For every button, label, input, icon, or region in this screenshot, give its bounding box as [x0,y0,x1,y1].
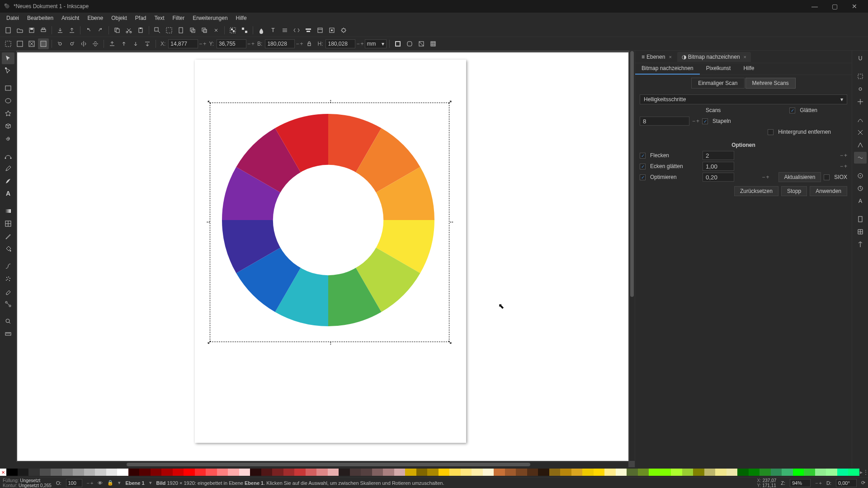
menu-extensions[interactable]: Erweiterungen [189,14,231,22]
swatch[interactable] [804,469,815,476]
stop-button[interactable]: Stopp [781,186,807,196]
zoom-sel-button[interactable] [152,25,163,36]
copy-button[interactable] [112,25,123,36]
snap-cusp[interactable] [854,139,867,151]
swatch[interactable] [649,469,660,476]
swatch[interactable] [161,469,173,476]
swatch[interactable] [483,469,494,476]
swatch[interactable] [638,469,649,476]
opacity-spinner[interactable]: −+ [87,480,94,486]
sel-handle-br[interactable]: ↘ [448,340,452,344]
optimize-input[interactable] [703,173,734,182]
snap-node[interactable] [854,83,867,95]
swatch[interactable] [217,469,228,476]
spray-tool[interactable] [2,273,14,285]
swatch[interactable] [737,469,749,476]
xml-button[interactable] [291,25,302,36]
swatch[interactable] [715,469,726,476]
save-button[interactable] [26,25,37,36]
menu-file[interactable]: Datei [3,14,23,22]
rect-tool[interactable] [2,82,14,94]
menu-path[interactable]: Pfad [132,14,150,22]
spiral-tool[interactable] [2,133,14,145]
close-button[interactable]: ✕ [844,0,864,13]
scrollbar-vertical[interactable] [629,51,635,461]
stroke-width[interactable]: 0,265 [40,483,52,488]
menu-object[interactable]: Objekt [108,14,131,22]
stroke-value[interactable]: Ungesetzt [19,483,39,488]
update-button[interactable]: Aktualisieren [778,172,821,182]
menu-help[interactable]: Hilfe [232,14,250,22]
scans-spinner[interactable]: −+ [692,118,699,124]
snap-guide[interactable] [854,239,867,250]
swatch[interactable] [51,469,62,476]
y-spinner[interactable]: −+ [247,41,255,47]
siox-checkbox[interactable] [824,174,830,180]
swatch[interactable] [361,469,372,476]
swatch[interactable] [117,469,128,476]
smooth-checkbox[interactable] [789,108,795,113]
swatch[interactable] [195,469,206,476]
swatch[interactable] [294,469,306,476]
lock-icon[interactable]: 🔒 [107,480,113,486]
menu-filter[interactable]: Filter [169,14,189,22]
swatch[interactable] [95,469,106,476]
no-color-swatch[interactable]: ✕ [0,469,6,476]
maximize-button[interactable]: ▢ [825,0,844,13]
selectors-button[interactable] [326,25,337,36]
swatch[interactable] [239,469,250,476]
text-tool[interactable]: A [2,188,14,200]
swatch[interactable] [306,469,317,476]
zoom-draw-button[interactable] [164,25,175,36]
swatch[interactable] [228,469,239,476]
selection-box[interactable] [210,103,449,342]
toggle-selection-button[interactable] [38,38,49,49]
swatch[interactable] [815,469,826,476]
menu-layer[interactable]: Ebene [84,14,107,22]
swatch[interactable] [571,469,583,476]
minimize-button[interactable]: — [805,0,825,13]
snap-toggle[interactable] [854,52,867,64]
palette-menu[interactable]: ⋮ [863,469,868,476]
swatch[interactable] [671,469,682,476]
swatch[interactable] [372,469,383,476]
corners-input[interactable] [703,162,734,171]
optimize-spinner[interactable]: −+ [762,174,769,180]
h-input[interactable] [326,39,355,48]
swatch[interactable] [704,469,716,476]
swatch[interactable] [516,469,527,476]
snap-smooth[interactable] [854,152,867,164]
snap-rotation[interactable] [854,183,867,194]
swatch[interactable] [693,469,704,476]
swatch[interactable] [184,469,195,476]
swatch[interactable] [18,469,29,476]
lower-bottom-button[interactable] [142,38,153,49]
import-button[interactable] [55,25,66,36]
speckles-checkbox[interactable] [640,153,646,159]
swatch[interactable] [328,469,339,476]
swatch[interactable] [62,469,73,476]
swatch[interactable] [837,469,849,476]
tab-trace[interactable]: ◑ Bitmap nachzeichnen × [677,52,751,62]
opacity-input[interactable] [66,479,82,487]
swatch[interactable] [505,469,516,476]
swatch[interactable] [106,469,118,476]
zoom-page-button[interactable] [175,25,186,36]
swatch[interactable] [848,469,859,476]
swatch[interactable] [173,469,184,476]
inner-tab-help[interactable]: Hilfe [737,63,760,75]
zoom-input[interactable] [790,479,811,487]
swatch[interactable] [261,469,273,476]
sel-handle-l[interactable]: ↔ [206,220,211,224]
removebg-checkbox[interactable] [768,129,774,135]
tab-layers[interactable]: ≡ Ebenen × [637,52,676,62]
3dbox-tool[interactable] [2,120,14,132]
cut-button[interactable] [123,25,134,36]
swatch[interactable] [427,469,439,476]
snap-center[interactable] [854,170,867,182]
corners-checkbox[interactable] [640,164,646,169]
snap-page[interactable] [854,213,867,225]
print-button[interactable] [38,25,49,36]
fill-stroke-button[interactable] [256,25,267,36]
method-dropdown[interactable]: Helligkeitsschritte ▾ [640,94,847,104]
